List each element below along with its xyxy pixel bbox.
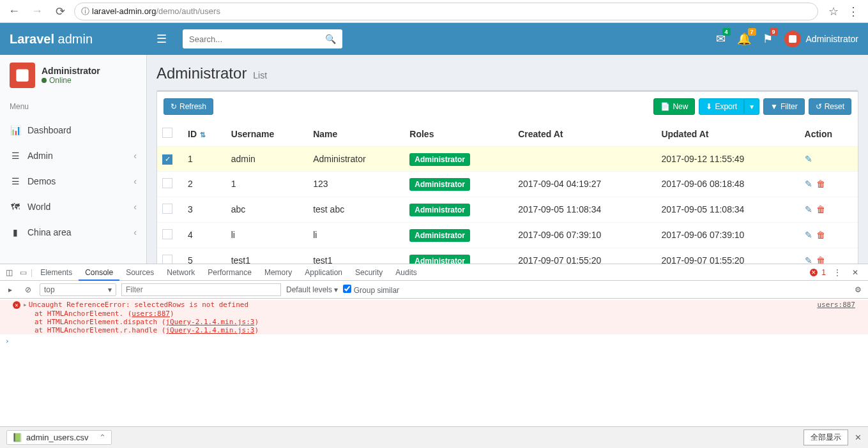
download-item[interactable]: 📗 admin_users.csv ⌃ <box>6 430 112 445</box>
list-icon: ☰ <box>10 176 21 186</box>
devtools-tab-security[interactable]: Security <box>349 265 389 280</box>
sidebar-item-china-area[interactable]: ▮China area‹ <box>0 220 146 245</box>
chevron-left-icon: ‹ <box>133 227 137 237</box>
clear-console-icon[interactable]: ⊘ <box>22 285 34 294</box>
sidebar-user-panel: Administrator Online <box>0 55 146 96</box>
error-count-badge[interactable]: ✕1 <box>810 268 826 277</box>
chevron-left-icon: ‹ <box>133 151 137 161</box>
devtools-tab-application[interactable]: Application <box>298 265 349 280</box>
devtools-tab-elements[interactable]: Elements <box>34 265 79 280</box>
data-box: ↻ Refresh 📄 New ⬇ Export ▾ ▼ Filter ↺ Re… <box>156 90 858 264</box>
refresh-button[interactable]: ↻ Refresh <box>164 98 213 115</box>
address-bar[interactable]: ⓘ laravel-admin.org/demo/auth/users <box>74 3 818 20</box>
log-levels-select[interactable]: Default levels ▾ <box>286 285 338 294</box>
devtools-tab-network[interactable]: Network <box>160 265 201 280</box>
chevron-left-icon: ‹ <box>133 176 137 186</box>
delete-icon[interactable]: 🗑 <box>816 230 825 240</box>
map-solid-icon: ▮ <box>10 227 21 237</box>
cell-username: abc <box>226 197 308 222</box>
bell-icon[interactable]: 🔔7 <box>737 32 751 46</box>
inspect-icon[interactable]: ◫ <box>3 268 15 277</box>
flag-icon[interactable]: ⚑9 <box>763 32 773 46</box>
sidebar: Administrator Online Menu 📊Dashboard☰Adm… <box>0 55 147 264</box>
sort-icon[interactable]: ⇅ <box>198 131 206 138</box>
devtools-tab-console[interactable]: Console <box>79 265 119 281</box>
chrome-menu-icon[interactable]: ⋮ <box>844 4 863 19</box>
reset-button[interactable]: ↺ Reset <box>809 98 851 115</box>
close-download-bar-icon[interactable]: ✕ <box>855 433 862 442</box>
svg-rect-0 <box>789 35 796 43</box>
export-button[interactable]: ⬇ Export <box>699 98 744 115</box>
filter-button[interactable]: ▼ Filter <box>763 98 805 115</box>
app-logo[interactable]: Laravel admin <box>0 32 147 47</box>
stack-frame[interactable]: at HTMLAnchorElement. (users:887) <box>0 310 868 318</box>
reload-button[interactable]: ⟳ <box>51 3 69 20</box>
menu-header: Menu <box>0 96 146 117</box>
console-error[interactable]: ✕▸Uncaught ReferenceError: selectedRows … <box>0 300 868 310</box>
sidebar-item-world[interactable]: 🗺World‹ <box>0 194 146 220</box>
mail-icon[interactable]: ✉4 <box>716 32 726 46</box>
devtools-tab-audits[interactable]: Audits <box>389 265 423 280</box>
search-icon[interactable]: 🔍 <box>325 34 336 44</box>
new-button[interactable]: 📄 New <box>653 98 695 115</box>
error-source-link[interactable]: users:887 <box>817 301 855 309</box>
export-caret[interactable]: ▾ <box>744 98 759 115</box>
row-checkbox[interactable] <box>162 255 172 264</box>
devtools-menu-icon[interactable]: ⋮ <box>831 268 844 277</box>
app-frame: Laravel admin ☰ 🔍 ✉4 🔔7 ⚑9 Administrator… <box>0 23 868 264</box>
edit-icon[interactable]: ✎ <box>805 154 812 164</box>
console-sidebar-icon[interactable]: ▸ <box>4 285 17 294</box>
sidebar-item-admin[interactable]: ☰Admin‹ <box>0 143 146 168</box>
devtools-tab-memory[interactable]: Memory <box>258 265 298 280</box>
stack-frame[interactable]: at HTMLAnchorElement.r.handle (jQuery-2.… <box>0 326 868 334</box>
stack-frame[interactable]: at HTMLAnchorElement.dispatch (jQuery-2.… <box>0 318 868 326</box>
group-similar-checkbox[interactable]: Group similar <box>343 285 399 295</box>
console-settings-icon[interactable]: ⚙ <box>851 285 864 294</box>
sidebar-item-demos[interactable]: ☰Demos‹ <box>0 168 146 194</box>
devtools-tab-sources[interactable]: Sources <box>119 265 160 280</box>
device-toggle-icon[interactable]: ▭ <box>17 268 29 277</box>
sidebar-avatar <box>10 63 35 88</box>
delete-icon[interactable]: 🗑 <box>816 179 825 189</box>
sidebar-item-dashboard[interactable]: 📊Dashboard <box>0 117 146 143</box>
console-filter-input[interactable] <box>121 283 281 296</box>
forward-button[interactable]: → <box>28 3 46 20</box>
delete-icon[interactable]: 🗑 <box>816 204 825 214</box>
role-badge: Administrator <box>409 178 470 191</box>
list-icon: ☰ <box>10 151 21 161</box>
cell-id: 3 <box>183 197 226 222</box>
table-row: 5 test1 test1 Administrator 2017-09-07 0… <box>157 248 858 264</box>
edit-icon[interactable]: ✎ <box>805 255 812 264</box>
search-input[interactable] <box>189 34 325 44</box>
table-row: ✓ 1 admin Administrator Administrator 20… <box>157 147 858 172</box>
back-button[interactable]: ← <box>5 3 23 20</box>
edit-icon[interactable]: ✎ <box>805 230 812 240</box>
bell-badge: 7 <box>748 28 756 36</box>
context-select[interactable]: top▾ <box>40 283 116 296</box>
column-id[interactable]: ID ⇅ <box>183 121 226 147</box>
user-menu[interactable]: Administrator <box>784 31 858 47</box>
row-checkbox[interactable]: ✓ <box>162 154 172 165</box>
row-checkbox[interactable] <box>162 229 172 239</box>
menu-toggle-icon[interactable]: ☰ <box>147 32 176 46</box>
edit-icon[interactable]: ✎ <box>805 204 812 214</box>
cell-username: admin <box>226 147 308 172</box>
download-filename: admin_users.csv <box>26 433 89 442</box>
row-checkbox[interactable] <box>162 178 172 188</box>
select-all-checkbox[interactable] <box>162 128 172 138</box>
site-info-icon[interactable]: ⓘ <box>81 6 89 17</box>
global-search[interactable]: 🔍 <box>183 29 342 49</box>
row-checkbox[interactable] <box>162 204 172 214</box>
bookmark-star-icon[interactable]: ☆ <box>828 4 839 19</box>
delete-icon[interactable]: 🗑 <box>816 255 825 264</box>
cell-id: 5 <box>183 248 226 264</box>
chevron-left-icon: ‹ <box>133 202 137 212</box>
show-all-downloads-button[interactable]: 全部显示 <box>803 429 848 445</box>
download-caret-icon[interactable]: ⌃ <box>99 433 106 442</box>
devtools-close-icon[interactable]: ✕ <box>849 268 862 277</box>
role-badge: Administrator <box>409 204 470 216</box>
edit-icon[interactable]: ✎ <box>805 179 812 189</box>
devtools-tab-performance[interactable]: Performance <box>201 265 258 280</box>
svg-rect-1 <box>16 69 28 81</box>
console-prompt[interactable]: › <box>0 334 868 348</box>
